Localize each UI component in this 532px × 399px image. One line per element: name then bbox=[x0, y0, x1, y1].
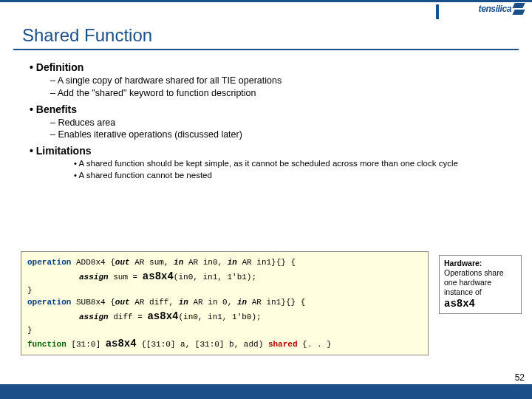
code-line-3: } bbox=[27, 284, 422, 297]
title-underline bbox=[13, 49, 519, 50]
code-add-sig3: AR in1}{} { bbox=[237, 258, 296, 267]
bullet-benefits: Benefits bbox=[30, 103, 514, 117]
code-sub-sig1: AR diff, bbox=[130, 298, 179, 307]
footer-bar bbox=[0, 384, 532, 399]
bullet-lim-2: A shared function cannot be nested bbox=[74, 170, 514, 182]
fn-name: as8x4 bbox=[106, 338, 137, 349]
kw-operation: operation bbox=[27, 258, 71, 267]
kw-shared: shared bbox=[268, 340, 298, 349]
code-sub-name: SUB8x4 { bbox=[71, 298, 115, 307]
hw-header: Hardware: bbox=[444, 259, 516, 268]
bullet-ben-2: Enables iterative operations (discussed … bbox=[50, 129, 514, 141]
code-line-6: } bbox=[27, 324, 422, 337]
code-add-sig2: AR in0, bbox=[183, 258, 227, 267]
code-line-4: operation SUB8x4 {out AR diff, in AR in … bbox=[27, 296, 422, 309]
hardware-box: Hardware: Operations share one hardware … bbox=[439, 255, 522, 314]
top-divider bbox=[436, 4, 443, 19]
kw-in: in bbox=[179, 298, 188, 307]
content-area: Definition A single copy of hardware sha… bbox=[30, 58, 514, 181]
logo: tensilica bbox=[479, 3, 525, 15]
kw-assign: assign bbox=[79, 273, 109, 282]
code-func-body: {. . } bbox=[297, 340, 331, 349]
kw-function: function bbox=[27, 340, 66, 349]
code-sub-sig3: AR in1}{} { bbox=[247, 298, 305, 307]
bullet-limitations: Limitations bbox=[30, 144, 514, 158]
fn-name: as8x4 bbox=[143, 270, 174, 282]
code-add-post: (in0, in1, 1'b1); bbox=[174, 273, 256, 282]
fn-name: as8x4 bbox=[147, 310, 178, 322]
bullet-def-1: A single copy of hardware shared for all… bbox=[50, 75, 514, 87]
hw-name: as8x4 bbox=[444, 298, 475, 310]
bullet-def-2: Add the "shared" keyword to function des… bbox=[50, 87, 514, 100]
code-sub-sig2: AR in 0, bbox=[188, 298, 237, 307]
code-box: operation ADD8x4 {out AR sum, in AR in0,… bbox=[21, 251, 429, 355]
code-add-pre: sum = bbox=[109, 273, 143, 282]
code-line-5: assign diff = as8x4(in0, in1, 1'b0); bbox=[27, 309, 422, 324]
code-line-2: assign sum = as8x4(in0, in1, 1'b1); bbox=[27, 269, 422, 284]
slide: tensilica Shared Function Definition A s… bbox=[0, 0, 532, 399]
kw-out: out bbox=[115, 298, 130, 307]
kw-assign: assign bbox=[79, 313, 109, 321]
code-line-7: function [31:0] as8x4 {[31:0] a, [31:0] … bbox=[27, 336, 422, 352]
logo-text: tensilica bbox=[479, 4, 511, 14]
bullet-lim-1: A shared function should be kept simple,… bbox=[74, 158, 514, 170]
kw-in: in bbox=[174, 258, 183, 267]
kw-in: in bbox=[237, 298, 247, 307]
logo-icon bbox=[513, 3, 525, 15]
bullet-definition: Definition bbox=[30, 61, 514, 75]
kw-in: in bbox=[228, 258, 237, 267]
code-line-1: operation ADD8x4 {out AR sum, in AR in0,… bbox=[27, 256, 422, 269]
page-number: 52 bbox=[515, 372, 525, 383]
code-func-ret: [31:0] bbox=[66, 340, 106, 349]
code-func-args: {[31:0] a, [31:0] b, add) bbox=[137, 340, 268, 349]
bullet-ben-1: Reduces area bbox=[50, 117, 514, 129]
code-add-sig1: AR sum, bbox=[130, 258, 174, 267]
slide-title: Shared Function bbox=[22, 25, 152, 46]
kw-out: out bbox=[115, 258, 130, 267]
top-bar bbox=[0, 0, 532, 19]
kw-operation: operation bbox=[27, 298, 71, 307]
code-sub-pre: diff = bbox=[109, 313, 148, 321]
code-add-name: ADD8x4 { bbox=[71, 258, 115, 267]
hw-text: Operations share one hardware instance o… bbox=[444, 268, 504, 296]
code-sub-post: (in0, in1, 1'b0); bbox=[178, 313, 261, 321]
